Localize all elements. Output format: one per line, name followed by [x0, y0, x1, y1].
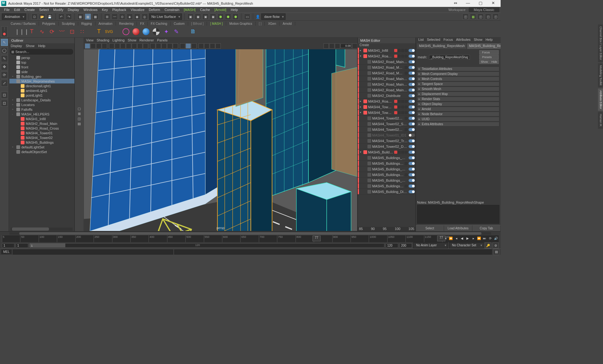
shelf-tab-8[interactable]: Custom [171, 22, 188, 26]
menu-key[interactable]: Key [100, 7, 110, 12]
ae-menu-focus[interactable]: Focus [443, 38, 453, 43]
menu-display[interactable]: Display [66, 7, 81, 12]
ae-section-mesh-component-display[interactable]: Mesh Component Display [417, 72, 499, 76]
play-back-icon[interactable]: ◀ [459, 235, 465, 241]
mash-node-mash5_building_distribute[interactable]: MASH5_Building_Distribute [358, 189, 416, 195]
command-input[interactable] [13, 249, 173, 254]
outliner-item-defaultobjectset[interactable]: defaultObjectSet [9, 149, 74, 154]
vp-select-camera-icon[interactable] [85, 43, 90, 49]
shelf-warp-icon[interactable]: ⟳ [47, 27, 57, 36]
menu-file[interactable]: File [2, 7, 12, 12]
ae-hide-button[interactable]: Hide [490, 60, 499, 64]
shelf-tab-1[interactable]: Polygons [39, 22, 58, 26]
move-tool-icon[interactable]: ✥ [1, 63, 8, 70]
outliner-item-mash3_road_cross[interactable]: MASH3_Road_Cross [9, 126, 74, 131]
ae-section-extra-attributes[interactable]: Extra Attributes [417, 122, 499, 126]
select-component-icon[interactable]: ▦ [92, 13, 99, 20]
shelf-svg-icon[interactable]: SVG [104, 27, 114, 36]
autokey-icon[interactable]: 🔑 [485, 242, 491, 249]
render-layer-icon[interactable]: ⬢ [225, 13, 231, 20]
outliner-menu-display[interactable]: Display [11, 44, 22, 48]
render-icon[interactable]: ▣ [195, 13, 201, 20]
outliner-tree[interactable]: persptopfrontside+Building_geo-MASH_Repr… [9, 55, 74, 227]
snap-grid-icon[interactable]: ⊞ [104, 13, 110, 20]
shelf-svg-type-icon[interactable]: T [94, 27, 104, 36]
range-end-outer[interactable] [399, 243, 412, 248]
snap-point-icon[interactable]: ⊙ [119, 13, 125, 20]
mash-node-mash4_tower02_distribute[interactable]: MASH4_Tower02_Distribute [358, 144, 416, 149]
isolate-icon[interactable]: ◫ [485, 13, 491, 20]
shelf-trail-icon[interactable]: 〰 [57, 27, 67, 36]
shelf-tab-13[interactable]: XGen [265, 22, 280, 26]
menu-mash[interactable]: [MASH] [182, 7, 198, 12]
outliner-item-building_geo[interactable]: +Building_geo [9, 74, 74, 79]
menu-create[interactable]: Create [22, 7, 37, 12]
outliner-item-pointlight1[interactable]: pointLight1 [9, 93, 74, 98]
mash-node-mash3_road_cross[interactable]: ▸MASH3_Road_Cross [358, 99, 416, 104]
light-editor-icon[interactable]: ⬢ [232, 13, 239, 20]
ae-show-button[interactable]: Show [479, 60, 490, 64]
menu-modify[interactable]: Modify [51, 7, 65, 12]
mash-node-mash4_tower02_spring[interactable]: MASH4_Tower02_Spring [358, 121, 416, 127]
attribute-editor-toggle-icon[interactable]: ◫ [492, 13, 499, 20]
mash-node-mash4_tower01_id1[interactable]: MASH4_Tower01_ID1 [358, 132, 416, 138]
vp-ao-icon[interactable] [198, 43, 204, 49]
audio-icon[interactable]: 🔊 [493, 235, 499, 241]
loop-icon[interactable]: ⟳ [487, 235, 493, 241]
range-start-inner[interactable] [16, 243, 28, 248]
shelf-tab-14[interactable]: Arnold [280, 22, 295, 26]
go-to-end-icon[interactable]: ⏭ [482, 235, 487, 241]
mash-node-mash5_buildings_id[interactable]: MASH5_Buildings_ID [358, 183, 416, 189]
shelf-tab-6[interactable]: FX [137, 22, 148, 26]
menu-set-dropdown[interactable]: Animation [2, 13, 26, 20]
cmd-language-label[interactable]: MEL [1, 249, 12, 254]
outliner-item-front[interactable]: front [9, 65, 74, 69]
ae-copy-tab-button[interactable]: Copy Tab [472, 225, 501, 231]
close-button[interactable]: ✕ [487, 0, 499, 7]
menu-help[interactable]: Help [229, 7, 240, 12]
step-forward-icon[interactable]: ▸ [470, 235, 476, 241]
ae-tab-0[interactable]: MASH5_Building_ReproMesh [417, 43, 467, 49]
mash-node-mash2_road_main_signal[interactable]: MASH2_Road_Main_Signal [358, 70, 416, 76]
vp-dof-icon[interactable] [215, 43, 221, 49]
render-view-icon[interactable]: ▣ [187, 13, 193, 20]
menu-edit[interactable]: Edit [12, 7, 22, 12]
vp-safe-title-icon[interactable] [143, 43, 148, 49]
mash-node-mash2_road_main_offset[interactable]: MASH2_Road_Main_Offset [358, 65, 416, 70]
outliner-layout-icon[interactable]: ▤ [78, 122, 81, 126]
vp-xray-icon[interactable] [186, 43, 191, 49]
outliner-item-ambientlight1[interactable]: ambientLight1 [9, 88, 74, 93]
ae-presets-button[interactable]: Presets [479, 55, 499, 59]
undo-icon[interactable]: ↶ [58, 13, 64, 20]
paint-select-tool-icon[interactable]: ✎ [1, 55, 8, 62]
ae-section-tangent-space[interactable]: Tangent Space [417, 82, 499, 86]
menu-arnold[interactable]: [Arnold] [212, 7, 229, 12]
vp-bookmark-icon[interactable] [90, 43, 96, 49]
scale-tool-icon[interactable]: ⤢ [1, 80, 8, 87]
shelf-tab-5[interactable]: Rendering [116, 22, 137, 26]
mash-node-list[interactable]: ▸MASH1_Infill▾MASH2_Road_MainMASH2_Road_… [358, 48, 416, 227]
step-back-icon[interactable]: ◂ [454, 235, 459, 241]
vp-film-gate-icon[interactable] [115, 43, 120, 49]
rotate-tool-icon[interactable]: ⟳ [1, 72, 8, 78]
outliner-item-falloffs[interactable]: +Falloffs [9, 107, 74, 112]
ae-section-arnold[interactable]: Arnold [417, 107, 499, 111]
ae-section-tessellation-attributes[interactable]: Tessellation Attributes [417, 67, 499, 71]
play-forward-icon[interactable]: ▶ [465, 235, 470, 241]
vp-menu-renderer[interactable]: Renderer [139, 38, 154, 42]
hypershade-icon[interactable]: ⬢ [217, 13, 224, 20]
ae-menu-help[interactable]: Help [486, 38, 493, 43]
account-dropdown[interactable]: dave floiw [261, 13, 285, 20]
vp-grid-icon[interactable] [109, 43, 114, 49]
mash-node-mash2_road_main_spring[interactable]: MASH2_Road_Main_Spring [358, 59, 416, 65]
vp-2d-pan-icon[interactable] [102, 43, 107, 49]
menu-cache[interactable]: Cache [198, 7, 212, 12]
four-pane-icon[interactable]: ⊞ [78, 112, 81, 116]
range-track[interactable]: 1120 [30, 243, 384, 248]
mash-node-mash5_buildings_offset_scale_height[interactable]: MASH5_Buildings_Offset_Scale_Height [358, 166, 416, 172]
ae-tab-1[interactable]: MASH5_Building_ReproMeshShape [467, 43, 501, 49]
mash-node-mash4_tower02[interactable]: ▾MASH4_Tower02 [358, 110, 416, 115]
ae-menu-selected[interactable]: Selected [427, 38, 440, 43]
vp-exposure-icon[interactable] [323, 43, 329, 49]
current-time-field[interactable]: 77 [437, 236, 445, 241]
